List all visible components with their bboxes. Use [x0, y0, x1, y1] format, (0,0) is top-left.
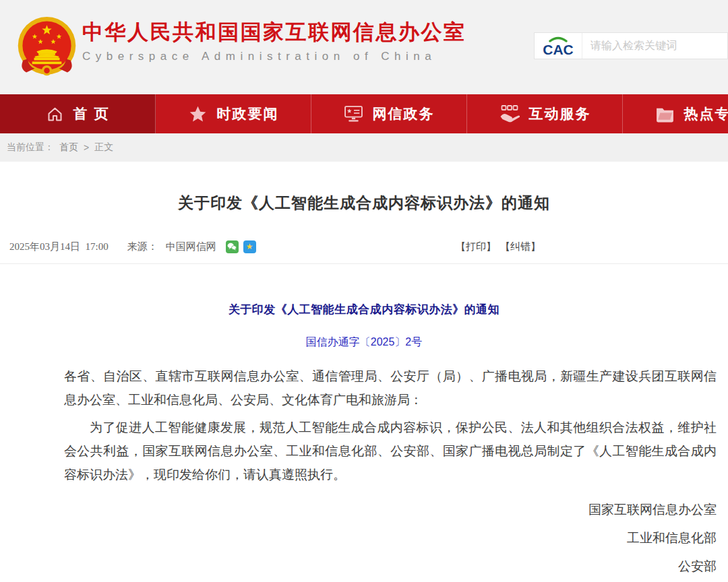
cac-logo: CAC [535, 33, 582, 59]
error-report-button[interactable]: 【纠错】 [500, 240, 541, 253]
signature-line: 国家互联网信息办公室 [0, 496, 717, 524]
paragraph-main: 为了促进人工智能健康发展，规范人工智能生成合成内容标识，保护公民、法人和其他组织… [64, 416, 717, 486]
search-box: CAC [534, 32, 728, 59]
source-label: 来源： [127, 240, 158, 253]
breadcrumb-label: 当前位置： [7, 141, 54, 154]
nav-item-label: 热点专题 [684, 104, 728, 123]
nav-item-services[interactable]: 互动服务 [467, 94, 623, 133]
site-subtitle: Cyberspace Administration of China [82, 50, 466, 63]
article-meta-row: 2025年03月14日 17:00 来源： 中国网信网 ★ 【打印】 【纠错】 [0, 238, 728, 255]
wechat-share-icon[interactable] [226, 240, 239, 253]
svg-text:CAC: CAC [543, 42, 574, 57]
meta-divider [0, 263, 728, 264]
source-name: 中国网信网 [166, 240, 216, 253]
nav-item-egov[interactable]: 网信政务 [311, 94, 467, 133]
breadcrumb-home-link[interactable]: 首页 [59, 141, 78, 154]
monitor-icon [344, 105, 363, 123]
qzone-share-icon[interactable]: ★ [243, 240, 256, 253]
breadcrumb-current: 正文 [94, 141, 113, 154]
breadcrumb: 当前位置： 首页 > 正文 [0, 133, 728, 162]
folder-icon [655, 106, 675, 123]
signature-block: 国家互联网信息办公室 工业和信息化部 公安部 国家广播电视总局 2025年3月7… [0, 496, 717, 582]
share-icons: ★ [226, 240, 256, 253]
signature-line: 公安部 [0, 552, 717, 581]
breadcrumb-separator: > [84, 142, 89, 153]
interaction-hand-icon [499, 104, 520, 123]
paragraph-recipients: 各省、自治区、直辖市互联网信息办公室、通信管理局、公安厅（局）、广播电视局，新疆… [64, 364, 717, 412]
site-title: 中华人民共和国国家互联网信息办公室 [82, 20, 466, 44]
document-number: 国信办通字〔2025〕2号 [0, 335, 728, 350]
page-title: 关于印发《人工智能生成合成内容标识办法》的通知 [0, 162, 728, 214]
meta-actions: 【打印】 【纠错】 [456, 238, 541, 255]
nav-item-topics[interactable]: 热点专题 [623, 94, 728, 133]
national-emblem-logo [15, 15, 79, 79]
nav-item-label: 时政要闻 [217, 104, 279, 123]
nav-item-news[interactable]: 时政要闻 [156, 94, 311, 133]
article-content: 关于印发《人工智能生成合成内容标识办法》的通知 2025年03月14日 17:0… [0, 162, 728, 582]
signature-line: 工业和信息化部 [0, 524, 717, 552]
search-input[interactable] [582, 33, 728, 59]
print-button[interactable]: 【打印】 [456, 240, 496, 253]
nav-item-label: 互动服务 [529, 104, 591, 123]
site-header: 中华人民共和国国家互联网信息办公室 Cyberspace Administrat… [0, 0, 728, 94]
article-body: 各省、自治区、直辖市互联网信息办公室、通信管理局、公安厅（局）、广播电视局，新疆… [64, 364, 717, 486]
nav-item-home[interactable]: 首 页 [0, 94, 156, 133]
document-title: 关于印发《人工智能生成合成内容标识办法》的通知 [0, 302, 728, 317]
publish-date: 2025年03月14日 17:00 [9, 240, 109, 253]
star-icon [188, 104, 208, 124]
nav-item-label: 首 页 [73, 104, 110, 123]
nav-item-label: 网信政务 [373, 104, 435, 123]
home-icon [46, 105, 64, 123]
main-nav: 首 页 时政要闻 网信政务 互 [0, 94, 728, 133]
